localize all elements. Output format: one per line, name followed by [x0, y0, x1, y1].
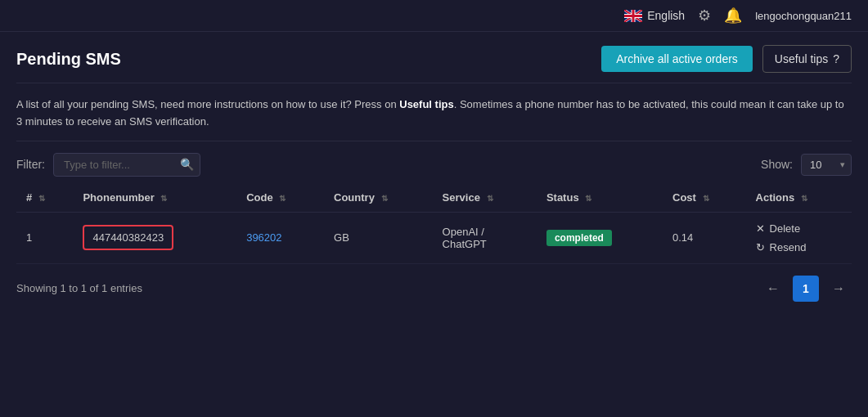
col-actions-label: Actions [756, 191, 795, 204]
cell-status: completed [537, 212, 663, 263]
info-text: A list of all your pending SMS, need mor… [16, 83, 852, 141]
col-country: Country ⇅ [324, 183, 433, 213]
cell-country: GB [324, 212, 433, 263]
country-value: GB [334, 231, 349, 244]
header-actions: Archive all active orders Useful tips ? [601, 45, 852, 73]
settings-icon[interactable]: ⚙ [698, 7, 711, 25]
col-country-label: Country [334, 191, 375, 204]
service-line1: OpenAI / [443, 226, 484, 238]
filter-row: Filter: 🔍 Show: 10 25 50 100 ▾ [16, 141, 852, 183]
cost-value: 0.14 [672, 231, 693, 244]
cell-service: OpenAI / ChatGPT [433, 212, 537, 263]
sort-icon-code[interactable]: ⇅ [279, 194, 286, 203]
delete-button[interactable]: ✕ Delete [756, 221, 842, 236]
service-line2: ChatGPT [443, 238, 487, 250]
filter-left: Filter: 🔍 [16, 153, 200, 177]
page-1-button[interactable]: 1 [793, 276, 819, 302]
useful-tips-label: Useful tips [775, 52, 828, 65]
cell-actions: ✕ Delete ↻ Resend [746, 212, 852, 263]
col-cost-label: Cost [672, 191, 696, 204]
phone-number: 447440382423 [83, 225, 173, 250]
bell-icon[interactable]: 🔔 [724, 7, 742, 25]
col-service: Service ⇅ [433, 183, 537, 213]
info-text-before: A list of all your pending SMS, need mor… [16, 98, 399, 110]
next-page-button[interactable]: → [825, 278, 852, 299]
col-code: Code ⇅ [236, 183, 324, 213]
cell-num: 1 [16, 212, 73, 263]
resend-label: Resend [770, 241, 807, 253]
sms-code: 396202 [246, 231, 281, 244]
sort-icon-status[interactable]: ⇅ [585, 194, 591, 203]
col-status: Status ⇅ [537, 183, 663, 213]
prev-page-button[interactable]: ← [760, 278, 786, 299]
table-header-row: # ⇅ Phonenumber ⇅ Code ⇅ Country ⇅ [16, 183, 852, 213]
page-title: Pending SMS [16, 50, 121, 69]
pagination-info: Showing 1 to 1 of 1 entries [16, 282, 142, 294]
table-row: 1 447440382423 396202 GB OpenAI / ChatGP… [16, 212, 852, 263]
pagination-controls: ← 1 → [760, 276, 852, 302]
page-header: Pending SMS Archive all active orders Us… [16, 32, 852, 83]
col-service-label: Service [443, 191, 480, 204]
sort-icon-actions[interactable]: ⇅ [801, 194, 807, 203]
resend-icon: ↻ [756, 241, 765, 253]
col-num-label: # [26, 191, 32, 204]
sort-icon-service[interactable]: ⇅ [487, 194, 493, 203]
language-selector[interactable]: English [624, 9, 685, 22]
col-status-label: Status [546, 191, 579, 204]
show-right: Show: 10 25 50 100 ▾ [761, 154, 852, 176]
show-label: Show: [761, 158, 793, 171]
sort-icon-country[interactable]: ⇅ [381, 194, 388, 203]
actions-cell: ✕ Delete ↻ Resend [756, 221, 842, 255]
col-actions: Actions ⇅ [746, 183, 852, 213]
question-icon: ? [833, 52, 839, 65]
sort-icon-num[interactable]: ⇅ [38, 194, 45, 203]
col-num: # ⇅ [16, 183, 73, 213]
filter-input-wrap: 🔍 [53, 153, 200, 177]
cell-cost: 0.14 [663, 212, 746, 263]
main-content: Pending SMS Archive all active orders Us… [0, 32, 868, 308]
col-cost: Cost ⇅ [663, 183, 746, 213]
status-badge: completed [546, 230, 612, 246]
resend-button[interactable]: ↻ Resend [756, 240, 842, 255]
sort-icon-cost[interactable]: ⇅ [703, 194, 709, 203]
show-select-wrap: 10 25 50 100 ▾ [801, 154, 852, 176]
pagination-row: Showing 1 to 1 of 1 entries ← 1 → [16, 264, 852, 308]
table-wrap: # ⇅ Phonenumber ⇅ Code ⇅ Country ⇅ [16, 183, 852, 264]
username-label: lengochongquan211 [755, 10, 852, 22]
delete-label: Delete [770, 222, 801, 235]
row-num: 1 [26, 231, 32, 244]
top-nav: English ⚙ 🔔 lengochongquan211 [0, 0, 868, 32]
col-phone: Phonenumber ⇅ [73, 183, 236, 213]
search-icon[interactable]: 🔍 [180, 158, 194, 171]
filter-label: Filter: [16, 158, 45, 171]
x-icon: ✕ [756, 222, 765, 235]
useful-tips-button[interactable]: Useful tips ? [762, 45, 852, 73]
sort-icon-phone[interactable]: ⇅ [160, 194, 167, 203]
flag-icon [624, 10, 642, 22]
cell-code: 396202 [236, 212, 324, 263]
col-phone-label: Phonenumber [83, 191, 154, 204]
sms-table: # ⇅ Phonenumber ⇅ Code ⇅ Country ⇅ [16, 183, 852, 264]
language-label: English [647, 9, 685, 22]
archive-all-button[interactable]: Archive all active orders [601, 46, 753, 72]
show-select[interactable]: 10 25 50 100 [801, 154, 852, 176]
col-code-label: Code [246, 191, 273, 204]
cell-phone: 447440382423 [73, 212, 236, 263]
useful-tips-link[interactable]: Useful tips [399, 98, 453, 110]
filter-input[interactable] [53, 153, 200, 177]
